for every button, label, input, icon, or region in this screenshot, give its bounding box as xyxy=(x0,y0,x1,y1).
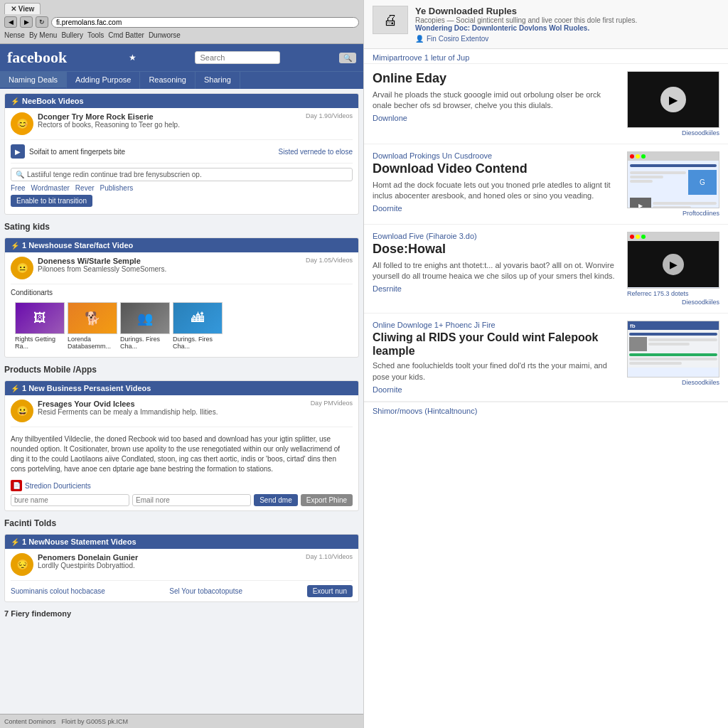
thumb-caption-1: Rights Getting Ra... xyxy=(15,336,65,350)
section1-header: NeeBook Videos xyxy=(5,94,358,108)
article-1-thumb-label: Diesoodkiiles xyxy=(627,129,719,136)
article-4-thumb-img: fb xyxy=(627,321,719,378)
fb-mini-text xyxy=(648,337,717,351)
article-3: Eownload Five (Fiharoie 3.do) Dose:Howal… xyxy=(364,225,728,314)
post1-avatar: 😊 xyxy=(11,112,33,135)
thumb-img-4: 🏙 xyxy=(173,302,223,334)
fb-mini-logo: fb xyxy=(630,323,636,329)
section4-links: Suominanis colout hocbacase Sel Your tob… xyxy=(11,585,353,597)
browser-tabs: ✕ View xyxy=(4,3,359,14)
post-1b: ▶ Soifait to ament fingerpets bite Siste… xyxy=(11,144,353,164)
browser-toolbar: ◀ ▶ ↻ xyxy=(4,16,359,28)
nav-tab-sharing[interactable]: Sharing xyxy=(196,72,240,89)
mini-browser-content-2: G ▶ xyxy=(628,161,719,208)
dot-red xyxy=(630,154,634,159)
section2-header: 1 Newshouse Stare/fact Video xyxy=(5,238,358,252)
fb-mini-items xyxy=(629,337,717,351)
back-button[interactable]: ◀ xyxy=(4,16,17,28)
post-2: 😐 Doneness Wi/Starle Semple Pilonoes fro… xyxy=(11,257,353,284)
menu-tools[interactable]: Tools xyxy=(87,31,104,39)
thumbnail-row: 🖼 Rights Getting Ra... 🐕 Lorenda Databas… xyxy=(11,299,353,353)
dot-yellow-3 xyxy=(636,235,640,239)
search-row-1[interactable]: Lastiiful tenge redin continue trad bre … xyxy=(11,168,353,181)
article-2-thumb: G ▶ Proftocdiines xyxy=(627,151,719,217)
fb-mini-content xyxy=(628,330,719,368)
export-button[interactable]: Export Phine xyxy=(301,494,353,506)
post1-content: Dconger Try More Rock Eiserie Rectors of… xyxy=(38,112,301,135)
browser-tab-active[interactable]: ✕ View xyxy=(4,3,41,14)
article-3-sub-info: Referrec 175.3 dotets xyxy=(627,290,719,297)
menu-dunworse[interactable]: Dunworse xyxy=(149,31,181,39)
link-publishers[interactable]: Publishers xyxy=(100,184,134,192)
post3-avatar: 😀 xyxy=(11,400,33,422)
section3-icon-label[interactable]: Stredion Dourticients xyxy=(25,482,91,490)
email-input[interactable] xyxy=(132,494,251,506)
post2-title: Doneness Wi/Starle Semple xyxy=(38,257,301,265)
section4-link2[interactable]: Sel Your tobacotoputse xyxy=(169,587,242,595)
facebook-content: facebook ★ 🔍 Naming Deals Adding Purpose… xyxy=(0,44,363,714)
forward-button[interactable]: ▶ xyxy=(20,16,33,28)
section1-enable-button[interactable]: Enable to bit transition xyxy=(11,195,92,207)
concert-video-area: ▶ xyxy=(628,241,719,287)
article-1-thumb: ▶ Diesoodkiiles xyxy=(627,71,719,136)
right-header-author: 👤 Fin Cosiro Extentov xyxy=(415,35,719,43)
status-bar: Content Dominors Floirt by G005S pk.ICM xyxy=(0,714,363,728)
right-header-text: Ye Downloaded Ruples Racopies — Social g… xyxy=(415,6,719,43)
section4-btn[interactable]: Exourt nun xyxy=(307,585,353,597)
nav-tab-naming[interactable]: Naming Deals xyxy=(0,72,67,89)
article-1-link[interactable]: Downlone xyxy=(373,114,620,122)
article-2-thumb-img: G ▶ xyxy=(627,151,719,208)
dot-yellow xyxy=(636,154,640,159)
article-3-category: Eownload Five (Fiharoie 3.do) xyxy=(373,232,620,240)
link-free[interactable]: Free xyxy=(11,184,26,192)
dot-green xyxy=(641,154,646,159)
nav-tab-adding[interactable]: Adding Purpose xyxy=(67,72,140,89)
username-input[interactable] xyxy=(11,494,129,506)
search-button[interactable]: 🔍 xyxy=(339,53,356,63)
article-4-thumb: fb xyxy=(627,321,719,394)
post3-text: Resid Ferments can be mealy a Immandishi… xyxy=(38,408,306,416)
thumb-img-2: 🐕 xyxy=(68,302,117,334)
play-button-1[interactable]: ▶ xyxy=(660,87,686,112)
refresh-button[interactable]: ↻ xyxy=(36,16,48,28)
article-4-link[interactable]: Doornite xyxy=(373,385,620,394)
mini-row-3 xyxy=(630,176,663,178)
post-1: 😊 Dconger Try More Rock Eiserie Rectors … xyxy=(11,112,353,140)
thumb-item-4: 🏙 Durings. Fires Cha... xyxy=(173,302,223,350)
article-3-link[interactable]: Desrnite xyxy=(373,284,620,293)
fb-mini-row-3 xyxy=(648,343,690,346)
play-button-3[interactable]: ▶ xyxy=(663,254,684,275)
mini-video-row: ▶ xyxy=(630,198,717,208)
post1b-text: Soifait to ament fingerpets bite xyxy=(29,148,274,156)
browser-menu: Nense By Menu Bullery Tools Cmd Batter D… xyxy=(4,30,359,41)
send-button[interactable]: Send dme xyxy=(254,494,298,506)
section4-link1[interactable]: Suominanis colout hocbacase xyxy=(11,587,105,595)
article-1-thumb-img: ▶ xyxy=(627,71,719,128)
menu-bymenu[interactable]: By Menu xyxy=(29,31,57,39)
section-label-2: Products Mobile /Apps xyxy=(0,362,363,376)
right-panel: 🖨 Ye Downloaded Ruples Racopies — Social… xyxy=(364,0,728,728)
link-wordmaster[interactable]: Wordmaster xyxy=(31,184,70,192)
facebook-logo: facebook xyxy=(7,48,67,67)
post-3: 😀 Fresages Your Ovid Iclees Resid Fermen… xyxy=(11,400,353,427)
article-3-text: Eownload Five (Fiharoie 3.do) Dose:Howal… xyxy=(373,232,620,306)
mini-fb-row-1 xyxy=(629,333,717,336)
menu-cmdbatter[interactable]: Cmd Batter xyxy=(108,31,144,39)
thumb-item-3: 👥 Durings. Fires Cha... xyxy=(120,302,170,350)
menu-bullery[interactable]: Bullery xyxy=(61,31,83,39)
nav-tab-reasoning[interactable]: Reasoning xyxy=(140,72,196,89)
menu-nense[interactable]: Nense xyxy=(4,31,25,39)
address-bar[interactable] xyxy=(51,17,359,28)
article-2-link[interactable]: Doornite xyxy=(373,204,620,213)
facebook-search-input[interactable] xyxy=(195,51,280,64)
article-2-thumb-label: Proftocdiines xyxy=(627,210,719,217)
status-text-2: Floirt by G005S pk.ICM xyxy=(62,718,129,725)
article-1-title: Online Eday xyxy=(373,71,620,87)
post1b-action[interactable]: Sisted vernede to elose xyxy=(278,148,353,156)
link-rever[interactable]: Rever xyxy=(75,184,95,192)
post3-meta: Day PMVideos xyxy=(311,400,353,422)
fb-mini-btn xyxy=(629,353,717,356)
article-4: Online Downloge 1+ Phoenc Ji Fire Cliwin… xyxy=(364,314,728,402)
article-1-text: Online Eday Arvail he ploads the stuck g… xyxy=(373,71,620,136)
right-section-label: Mimipartroove 1 letur of Jup xyxy=(364,49,728,64)
